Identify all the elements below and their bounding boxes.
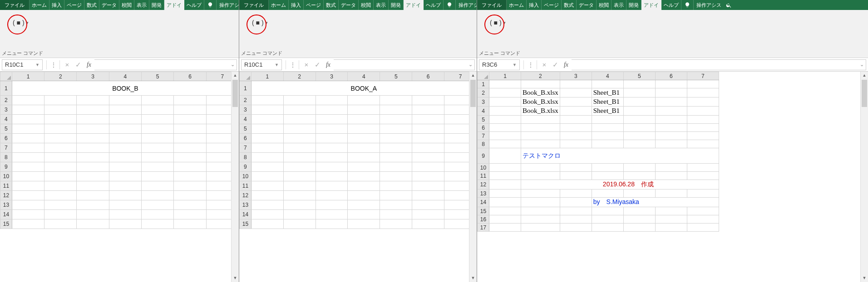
cell[interactable] (12, 124, 44, 134)
cell[interactable] (251, 96, 283, 105)
ribbon-tab-5[interactable]: データ (99, 0, 119, 10)
cell[interactable] (142, 200, 174, 210)
cell[interactable] (489, 164, 521, 172)
cell[interactable] (412, 105, 444, 115)
addin-record-button[interactable]: ( ■ ) ▾ (13, 19, 29, 26)
cell[interactable] (109, 162, 141, 172)
cell[interactable] (655, 97, 687, 107)
ribbon-tab-8[interactable]: 開発 (626, 0, 641, 10)
cell[interactable] (316, 181, 348, 191)
row-header[interactable]: 8 (478, 140, 489, 148)
cell[interactable] (251, 210, 283, 219)
scroll-thumb[interactable] (232, 80, 238, 107)
cell[interactable] (412, 134, 444, 143)
col-header[interactable]: 4 (592, 72, 623, 80)
cell[interactable] (44, 162, 77, 172)
select-all-corner[interactable] (240, 72, 252, 81)
cell[interactable] (655, 224, 687, 232)
row-header[interactable]: 9 (0, 162, 12, 172)
cell[interactable] (489, 107, 521, 116)
col-header[interactable]: 7 (687, 72, 719, 80)
cell[interactable] (174, 191, 206, 200)
cell[interactable] (283, 191, 316, 200)
spreadsheet-grid[interactable]: 123456712Book_B.xlsxSheet_B13Book_B.xlsx… (477, 72, 719, 232)
cell[interactable] (283, 96, 316, 105)
operation-assist[interactable]: 操作アシス (694, 0, 724, 10)
ribbon-tab-2[interactable]: 挿入 (289, 0, 304, 10)
ribbon-tab-0[interactable]: ファイル (477, 0, 507, 10)
row-header[interactable]: 1 (478, 80, 489, 88)
cell[interactable] (44, 181, 77, 191)
row-header[interactable]: 5 (0, 124, 12, 134)
cell[interactable] (592, 80, 623, 88)
cell[interactable] (12, 219, 44, 229)
cell[interactable] (142, 219, 174, 229)
cell[interactable] (109, 200, 141, 210)
formula-input[interactable]: ⌄ (572, 59, 866, 70)
cell[interactable] (489, 88, 521, 97)
cell[interactable] (77, 115, 109, 124)
cell[interactable] (655, 132, 687, 140)
cell[interactable] (560, 132, 592, 140)
cell[interactable] (521, 116, 560, 124)
row-header[interactable]: 1 (240, 81, 252, 96)
row-header[interactable]: 7 (0, 143, 12, 153)
cell[interactable] (489, 215, 521, 224)
cell[interactable] (623, 215, 655, 224)
cell[interactable] (316, 143, 348, 153)
merged-title-cell[interactable]: BOOK_A (251, 81, 476, 96)
cell[interactable] (316, 200, 348, 210)
ribbon-tab-1[interactable]: ホーム (30, 0, 49, 10)
cell[interactable] (380, 105, 412, 115)
cell[interactable] (521, 224, 560, 232)
cell[interactable] (174, 200, 206, 210)
cell[interactable] (348, 124, 380, 134)
cell[interactable] (380, 115, 412, 124)
cell[interactable] (687, 190, 719, 198)
cell[interactable] (12, 143, 44, 153)
cell[interactable] (142, 143, 174, 153)
addin-record-button[interactable]: ( ■ ) ▾ (490, 19, 506, 26)
cell[interactable] (655, 80, 687, 88)
cell[interactable] (687, 215, 719, 224)
cell[interactable] (251, 124, 283, 134)
cell[interactable] (560, 97, 592, 107)
ribbon-tab-9[interactable]: アドイ (404, 0, 424, 10)
row-header[interactable]: 2 (478, 88, 489, 97)
scroll-thumb[interactable] (470, 80, 476, 107)
cell[interactable] (348, 172, 380, 181)
ribbon-tab-8[interactable]: 開発 (149, 0, 164, 10)
cell[interactable] (251, 219, 283, 229)
cell[interactable] (283, 143, 316, 153)
row-header[interactable]: 8 (240, 153, 252, 162)
cell[interactable] (560, 107, 592, 116)
scroll-down-icon[interactable]: ▼ (232, 274, 239, 282)
cell[interactable]: Book_B.xlsx (521, 97, 560, 107)
cell[interactable] (316, 96, 348, 105)
row-header[interactable]: 11 (478, 172, 489, 180)
cell[interactable] (348, 105, 380, 115)
cell[interactable] (77, 162, 109, 172)
cell[interactable] (174, 105, 206, 115)
col-header[interactable]: 1 (251, 72, 283, 81)
cell[interactable] (174, 219, 206, 229)
scroll-up-icon[interactable]: ▲ (232, 72, 239, 79)
cell[interactable] (12, 172, 44, 181)
ribbon-tab-10[interactable]: ヘルプ (424, 0, 444, 10)
cell[interactable] (109, 134, 141, 143)
ribbon-tab-6[interactable]: 校閲 (119, 0, 134, 10)
cell[interactable] (251, 134, 283, 143)
cell[interactable] (283, 219, 316, 229)
cell[interactable] (316, 153, 348, 162)
cell[interactable] (12, 96, 44, 105)
tell-me-bulb-icon[interactable] (681, 0, 694, 10)
cell[interactable] (380, 200, 412, 210)
fx-icon[interactable]: fx (84, 61, 94, 68)
cell[interactable] (283, 115, 316, 124)
cell[interactable] (623, 164, 655, 172)
cell[interactable] (251, 105, 283, 115)
cell[interactable] (316, 124, 348, 134)
cell[interactable] (174, 124, 206, 134)
cell[interactable] (174, 115, 206, 124)
cell[interactable] (380, 153, 412, 162)
